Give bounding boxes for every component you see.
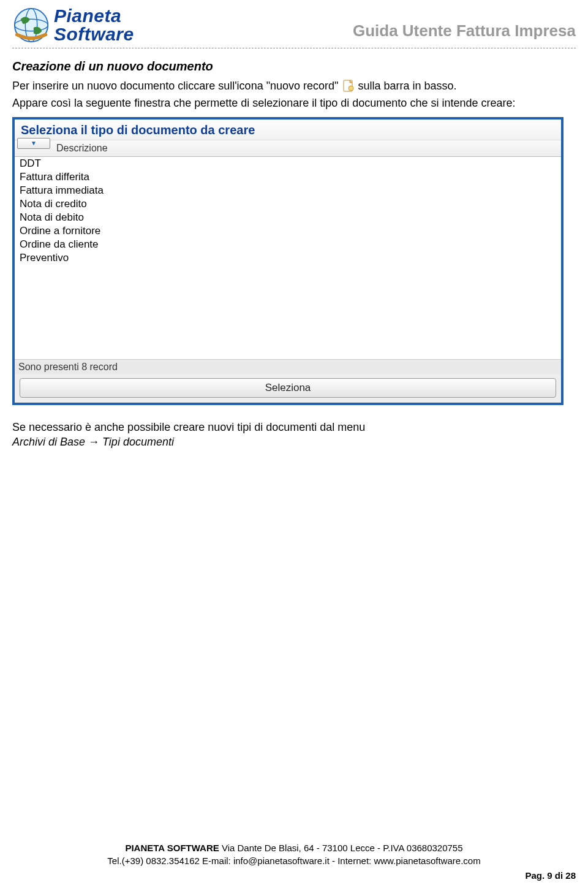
section-heading: Creazione di un nuovo documento [12,59,576,74]
arrow-icon: → [88,436,99,448]
paragraph-2: Appare così la seguente finestra che per… [12,96,576,110]
paragraph-1: Per inserire un nuovo documento cliccare… [12,78,576,93]
list-item[interactable]: Preventivo [15,251,561,265]
list-item[interactable]: Ordine da cliente [15,238,561,251]
header-divider [12,48,576,48]
dialog-title: Seleziona il tipo di documento da creare [15,120,561,140]
list-item[interactable]: Fattura immediata [15,184,561,197]
paragraph-1-text-b: sulla barra in basso. [358,80,457,92]
column-header-descrizione[interactable]: Descrizione [53,140,561,156]
note-paragraph: Se necessario è anche possibile creare n… [12,420,576,450]
logo: Pianeta Software [12,6,134,44]
footer-address: Via Dante De Blasi, 64 - 73100 Lecce - P… [219,843,463,853]
list-item[interactable]: Ordine a fornitore [15,224,561,238]
note-line-1: Se necessario è anche possibile creare n… [12,420,576,435]
document-title: Guida Utente Fattura Impresa [353,21,576,44]
page-number: Pag. 9 di 28 [12,870,576,882]
page-footer: PIANETA SOFTWARE Via Dante De Blasi, 64 … [12,842,576,882]
footer-contact: Tel.(+39) 0832.354162 E-mail: info@piane… [12,855,576,867]
globe-icon [12,6,50,44]
note-menu-path-b: Tipi documenti [99,436,174,448]
new-record-icon [343,80,354,92]
column-sort-dropdown[interactable]: ▼ [17,138,50,149]
logo-text-1: Pianeta [54,7,134,25]
list-item[interactable]: Fattura differita [15,170,561,184]
page-header: Pianeta Software Guida Utente Fattura Im… [12,6,576,48]
select-button[interactable]: Seleziona [20,378,556,398]
svg-point-4 [349,86,353,91]
document-type-list: DDT Fattura differita Fattura immediata … [15,157,561,359]
logo-text-2: Software [54,25,134,44]
list-item[interactable]: DDT [15,157,561,170]
note-menu-path-a: Archivi di Base [12,436,88,448]
dialog-button-row: Seleziona [15,374,561,403]
footer-company: PIANETA SOFTWARE [125,843,219,853]
paragraph-1-text-a: Per inserire un nuovo documento cliccare… [12,80,342,92]
dialog-select-document-type: Seleziona il tipo di documento da creare… [12,117,564,405]
list-item[interactable]: Nota di debito [15,211,561,224]
list-item[interactable]: Nota di credito [15,197,561,211]
status-bar: Sono presenti 8 record [15,359,561,374]
column-header-row: ▼ Descrizione [15,140,561,157]
